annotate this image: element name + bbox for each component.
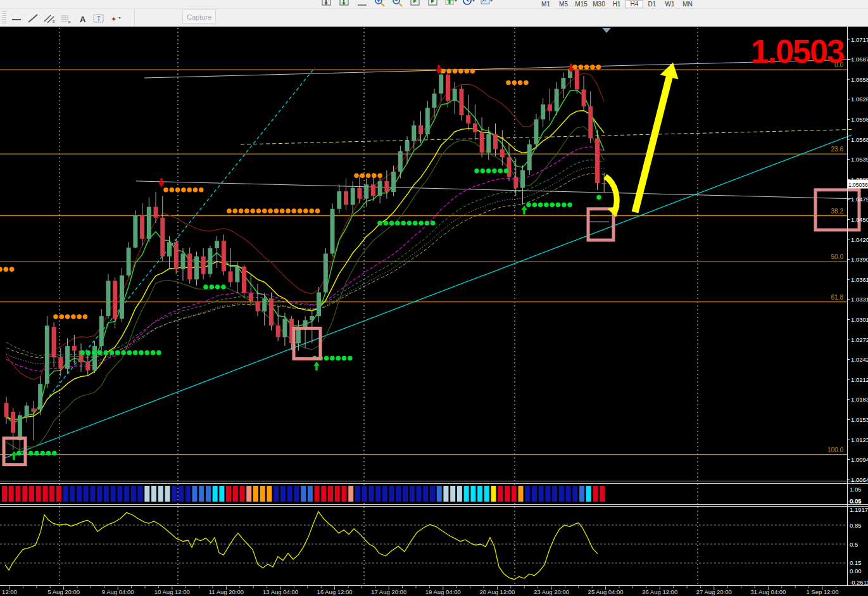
svg-text:1.03610: 1.03610 (851, 276, 868, 283)
candle-bearish (500, 149, 505, 158)
candle-bullish (351, 188, 355, 205)
candle-bearish (229, 271, 233, 282)
candle-bearish (480, 132, 484, 153)
candle-bearish (72, 346, 77, 350)
svg-text:1.05390: 1.05390 (851, 156, 868, 163)
candle-bullish (527, 144, 532, 170)
candle-bearish (384, 181, 389, 192)
candle-bullish (541, 105, 545, 120)
candle-bearish (493, 134, 498, 149)
candle-bullish (262, 298, 267, 311)
candle-bullish (65, 346, 70, 369)
candle-bearish (58, 357, 63, 369)
candle-bullish (453, 89, 457, 101)
svg-text:1.01530: 1.01530 (851, 416, 868, 423)
candle-bullish (555, 89, 559, 111)
svg-text:50.0: 50.0 (831, 253, 844, 260)
candle-bearish (575, 69, 579, 89)
svg-text:0.15: 0.15 (850, 559, 862, 566)
candle-bearish (269, 298, 274, 326)
candle-bullish (439, 75, 443, 94)
candle-bearish (154, 207, 158, 218)
svg-text:11 Aug 20:00: 11 Aug 20:00 (209, 588, 244, 595)
candle-bullish (432, 94, 436, 108)
candle-bearish (466, 115, 470, 124)
svg-text:1.05036: 1.05036 (848, 182, 868, 188)
svg-text:12:00: 12:00 (2, 588, 17, 595)
svg-text:1.02125: 1.02125 (851, 376, 868, 383)
svg-text:13 Aug 04:00: 13 Aug 04:00 (263, 588, 298, 595)
candle-bullish (330, 209, 335, 254)
candle-bullish (398, 151, 403, 172)
svg-text:19 Aug 04:00: 19 Aug 04:00 (425, 588, 461, 595)
svg-text:9 Aug 04:00: 9 Aug 04:00 (102, 588, 134, 595)
svg-text:0.5: 0.5 (850, 541, 858, 548)
mt4-window: M1M5M15M30H1H4D1W1MN EFAT✦ Capture 0.023… (0, 0, 868, 596)
candle-bullish (167, 242, 172, 256)
candle-bullish (282, 319, 287, 337)
svg-text:61.8: 61.8 (831, 294, 844, 301)
candle-bearish (418, 125, 423, 134)
candle-bullish (180, 253, 185, 269)
candle-bearish (140, 215, 144, 238)
candle-bullish (364, 184, 368, 198)
candle-bearish (473, 124, 477, 132)
svg-text:16 Aug 12:00: 16 Aug 12:00 (317, 588, 353, 595)
candle-bullish (412, 125, 416, 141)
candle-bearish (276, 326, 280, 337)
svg-text:1.02720: 1.02720 (851, 336, 868, 343)
svg-text:1.06580: 1.06580 (851, 76, 868, 83)
candle-bullish (378, 181, 382, 196)
candle-bullish (99, 316, 104, 346)
candle-bullish (133, 215, 137, 247)
svg-text:-0.2611: -0.2611 (850, 579, 868, 586)
candle-bearish (371, 184, 375, 196)
candle-bearish (174, 242, 179, 269)
candle-bearish (85, 362, 90, 371)
candle-bullish (18, 415, 22, 440)
candle-bullish (215, 241, 219, 248)
candle-bearish (588, 106, 593, 138)
svg-text:1.04205: 1.04205 (851, 236, 868, 243)
big-price-annotation: 1.0503 (751, 33, 845, 70)
candle-bullish (310, 316, 314, 320)
svg-text:23.6: 23.6 (831, 146, 844, 153)
candle-bullish (45, 326, 49, 384)
candle-bullish (520, 170, 525, 188)
candle-bearish (548, 105, 552, 111)
chart-canvas[interactable]: 0.023.638.250.061.8100.01.05031.071701.0… (0, 0, 868, 596)
svg-text:1.02425: 1.02425 (851, 356, 868, 363)
svg-text:1.06285: 1.06285 (851, 96, 868, 103)
svg-text:31 Aug 04:00: 31 Aug 04:00 (750, 588, 786, 595)
svg-text:23 Aug 20:00: 23 Aug 20:00 (534, 588, 569, 595)
svg-text:1.03315: 1.03315 (851, 296, 868, 303)
svg-text:0.00: 0.00 (850, 567, 862, 574)
svg-text:27 Aug 20:00: 27 Aug 20:00 (696, 588, 732, 595)
candle-bullish (317, 293, 321, 316)
candle-bullish (147, 207, 151, 239)
candle-bullish (324, 253, 328, 292)
svg-text:10 Aug 12:00: 10 Aug 12:00 (154, 588, 190, 595)
candle-bearish (160, 218, 165, 257)
candle-bearish (507, 157, 512, 177)
candle-bullish (208, 248, 212, 274)
candle-bullish (425, 108, 430, 134)
candle-bullish (25, 405, 29, 416)
svg-text:1.06875: 1.06875 (851, 56, 868, 63)
svg-text:1.07170: 1.07170 (851, 36, 868, 43)
svg-text:1.05985: 1.05985 (851, 116, 868, 123)
svg-text:-0.05: -0.05 (848, 498, 862, 505)
candle-bullish (38, 384, 42, 410)
candle-bullish (92, 346, 97, 371)
svg-text:1.05685: 1.05685 (851, 136, 868, 143)
candle-bullish (534, 119, 538, 144)
svg-text:20 Aug 12:00: 20 Aug 12:00 (479, 588, 515, 595)
candle-bullish (391, 172, 396, 192)
candle-bearish (595, 138, 600, 183)
candle-bearish (242, 267, 246, 293)
candle-bearish (459, 89, 463, 115)
candle-bullish (486, 134, 491, 153)
svg-text:1.03905: 1.03905 (851, 256, 868, 263)
candle-bearish (357, 188, 362, 199)
candle-bearish (4, 403, 9, 417)
